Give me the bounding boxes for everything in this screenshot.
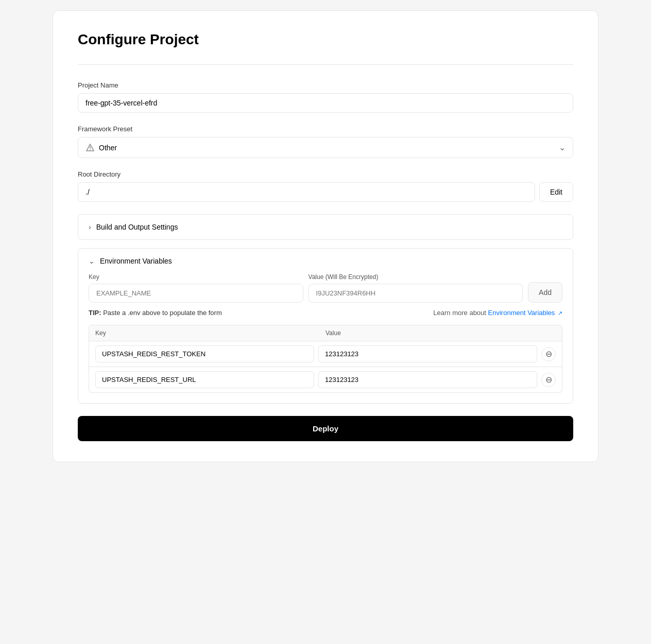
remove-env-row-button[interactable]: ⊖ [541,347,556,361]
env-key-input[interactable] [89,284,303,303]
table-row: ⊖ [89,367,562,393]
remove-env-row-button[interactable]: ⊖ [541,373,556,387]
edit-button[interactable]: Edit [539,182,573,202]
project-name-field: Project Name [78,81,573,113]
page-title: Configure Project [78,31,573,48]
env-key-col-label: Key [89,273,303,281]
env-tip-row: TIP: Paste a .env above to populate the … [89,309,562,317]
env-row-value-input[interactable] [318,371,537,388]
env-tip-content: Paste a .env above to populate the form [103,309,222,317]
env-rows-container: ⊖⊖ [89,341,562,393]
env-table-key-header: Key [95,329,326,337]
framework-preset-left: Other [85,143,117,152]
framework-preset-field: Framework Preset Other ⌄ [78,125,573,158]
env-learn-more-text: Learn more about [433,309,488,317]
env-row-value-input[interactable] [318,345,537,362]
env-variables-link[interactable]: Environment Variables ↗ [488,309,562,317]
chevron-right-icon: › [89,223,91,231]
project-name-input[interactable] [78,93,573,113]
root-directory-input[interactable] [78,182,535,202]
section-divider [78,64,573,65]
framework-preset-select[interactable]: Other ⌄ [78,137,573,158]
env-row-key-input[interactable] [95,345,314,362]
build-settings-header[interactable]: › Build and Output Settings [78,215,573,239]
env-value-col-label: Value (Will Be Encrypted) [309,273,523,281]
configure-project-container: Configure Project Project Name Framework… [53,10,598,462]
build-settings-label: Build and Output Settings [96,223,178,231]
env-value-input[interactable] [309,284,523,303]
env-table-value-header: Value [326,329,556,337]
env-section-content: Key Value (Will Be Encrypted) Add TIP: P… [78,273,573,403]
env-learn-more-link-text: Environment Variables [488,309,555,317]
env-value-col: Value (Will Be Encrypted) [309,273,523,303]
chevron-down-icon: ⌄ [559,143,566,152]
framework-preset-label: Framework Preset [78,125,573,133]
chevron-down-section-icon: ⌄ [89,257,95,265]
env-variables-section: ⌄ Environment Variables Key Value (Will … [78,248,573,404]
project-name-label: Project Name [78,81,573,89]
env-row-key-input[interactable] [95,371,314,388]
env-variables-header[interactable]: ⌄ Environment Variables [78,249,573,273]
table-row: ⊖ [89,341,562,367]
env-variables-label: Environment Variables [100,257,172,265]
root-directory-field: Root Directory Edit [78,170,573,202]
external-link-icon: ↗ [558,310,562,317]
env-tip-bold: TIP: [89,309,101,317]
root-directory-label: Root Directory [78,170,573,178]
framework-icon [85,143,95,152]
env-key-col: Key [89,273,303,303]
env-learn-more: Learn more about Environment Variables ↗ [433,309,562,317]
root-directory-row: Edit [78,182,573,202]
env-tip-text: TIP: Paste a .env above to populate the … [89,309,222,317]
env-table-header: Key Value [89,325,562,341]
framework-preset-value: Other [99,144,117,152]
svg-point-2 [90,149,91,150]
framework-preset-display[interactable]: Other ⌄ [78,137,573,158]
build-settings-section: › Build and Output Settings [78,214,573,240]
env-inputs-row: Key Value (Will Be Encrypted) Add [89,273,562,303]
deploy-button[interactable]: Deploy [78,416,573,441]
add-button[interactable]: Add [528,282,562,303]
